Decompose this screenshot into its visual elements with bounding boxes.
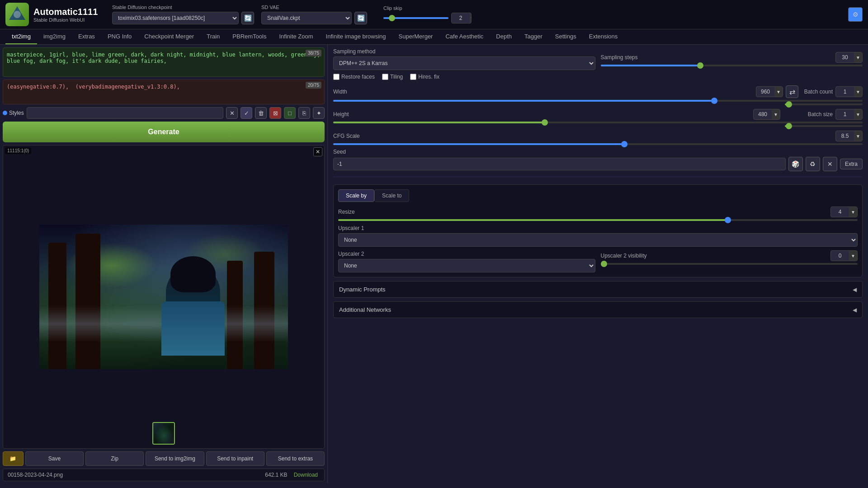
resize-input[interactable] <box>831 207 849 217</box>
clip-skip-slider[interactable] <box>383 17 448 19</box>
tab-train[interactable]: Train <box>200 29 226 44</box>
styles-red-btn[interactable]: ⊠ <box>269 107 281 119</box>
restore-faces-input[interactable] <box>333 74 340 80</box>
styles-x-btn[interactable]: ✕ <box>226 107 238 119</box>
image-close-btn[interactable]: ✕ <box>313 147 322 156</box>
height-down[interactable]: ▼ <box>772 109 780 119</box>
tiling-input[interactable] <box>382 74 388 80</box>
u2-vis-down[interactable]: ▼ <box>849 251 857 261</box>
send-to-inpaint-button[interactable]: Send to inpaint <box>206 451 264 466</box>
upscaler1-select[interactable]: None <box>338 233 858 247</box>
tab-img2img[interactable]: img2img <box>37 29 72 44</box>
clip-skip-section: Clip skip ▼ <box>383 5 472 23</box>
batch-size-down[interactable]: ▼ <box>854 109 862 119</box>
tab-supermerger[interactable]: SuperMerger <box>392 29 439 44</box>
vae-dropdown[interactable]: SnailVae.ckpt <box>261 12 352 24</box>
steps-slider-thumb[interactable] <box>697 62 703 69</box>
sampling-steps-down[interactable]: ▼ <box>854 52 862 62</box>
styles-check-btn[interactable]: ✓ <box>241 107 252 119</box>
styles-input[interactable] <box>27 107 223 119</box>
height-input[interactable] <box>754 109 772 119</box>
tab-pbremtools[interactable]: PBRemTools <box>226 29 273 44</box>
download-button[interactable]: Download <box>292 472 320 478</box>
styles-extra-btn[interactable]: ✦ <box>313 107 325 119</box>
styles-green-btn[interactable]: □ <box>284 107 296 119</box>
tab-cafe-aesthetic[interactable]: Cafe Aesthetic <box>439 29 490 44</box>
clip-skip-label: Clip skip <box>383 5 472 11</box>
height-section: Height ▼ Batch size ▼ <box>333 109 863 123</box>
resize-down[interactable]: ▼ <box>849 207 857 217</box>
additional-networks-arrow-icon: ◀ <box>853 307 857 313</box>
swap-dimensions-btn[interactable]: ⇄ <box>786 85 798 98</box>
tab-txt2img[interactable]: txt2img <box>5 29 37 44</box>
styles-trash-btn[interactable]: 🗑 <box>255 107 267 119</box>
restore-faces-label: Restore faces <box>341 74 375 80</box>
send-to-img2img-button[interactable]: Send to img2img <box>146 451 204 466</box>
sampling-steps-input[interactable] <box>836 52 854 62</box>
batch-count-thumb[interactable] <box>786 101 792 108</box>
vae-refresh-btn[interactable]: 🔄 <box>354 12 367 24</box>
send-to-extras-button[interactable]: Send to extras <box>266 451 325 466</box>
width-down[interactable]: ▼ <box>774 87 783 97</box>
batch-count-input[interactable] <box>836 87 854 97</box>
height-slider-thumb[interactable] <box>542 119 548 126</box>
seed-extra-btn[interactable]: Extra <box>840 159 863 169</box>
cfg-slider-thumb[interactable] <box>621 141 627 147</box>
tiling-checkbox[interactable]: Tiling <box>382 74 403 80</box>
cfg-scale-down[interactable]: ▼ <box>854 131 862 141</box>
negative-prompt-input[interactable] <box>3 80 324 103</box>
batch-size-input[interactable] <box>836 109 854 119</box>
scale-to-tab[interactable]: Scale to <box>374 189 409 202</box>
positive-prompt-input[interactable] <box>3 48 324 75</box>
tab-checkpoint-merger[interactable]: Checkpoint Merger <box>138 29 200 44</box>
tab-png-info[interactable]: PNG Info <box>101 29 138 44</box>
seed-dice-btn[interactable]: 🎲 <box>788 157 803 171</box>
sampling-steps-section: Sampling steps ▼ <box>601 52 863 66</box>
checkpoint-dropdown[interactable]: toximix03.safetensors [1aad08250c] <box>112 12 239 24</box>
cfg-slider-track <box>333 143 863 145</box>
image-preview <box>3 145 324 448</box>
hires-fix-input[interactable] <box>410 74 416 80</box>
resize-slider-thumb[interactable] <box>725 217 731 223</box>
u2-vis-input[interactable] <box>831 251 849 261</box>
zip-button[interactable]: Zip <box>85 451 144 466</box>
scale-by-tab[interactable]: Scale by <box>338 189 374 202</box>
u2-vis-thumb[interactable] <box>601 261 607 267</box>
tab-extras[interactable]: Extras <box>72 29 101 44</box>
sampling-method-select[interactable]: DPM++ 2S a Karras <box>333 56 595 70</box>
folder-icon: 📁 <box>9 455 16 462</box>
tab-infinite-zoom[interactable]: Infinite Zoom <box>273 29 319 44</box>
seed-input[interactable] <box>333 158 786 170</box>
thumbnail-item[interactable] <box>152 422 175 445</box>
width-input[interactable] <box>756 87 774 97</box>
styles-copy-btn[interactable]: ⎘ <box>298 107 310 119</box>
generate-button[interactable]: Generate <box>3 122 325 142</box>
folder-button[interactable]: 📁 <box>3 451 24 466</box>
batch-size-thumb[interactable] <box>786 123 792 129</box>
tab-extensions[interactable]: Extensions <box>583 29 624 44</box>
width-stepper: ▼ <box>756 86 783 97</box>
tab-tagger[interactable]: Tagger <box>518 29 549 44</box>
settings-btn[interactable]: ⚙ <box>848 7 863 22</box>
cfg-scale-input[interactable] <box>836 131 854 141</box>
save-button[interactable]: Save <box>25 451 84 466</box>
batch-count-down[interactable]: ▼ <box>854 87 862 97</box>
width-slider-thumb[interactable] <box>711 98 717 104</box>
seed-recycle-btn[interactable]: ♻ <box>806 157 820 171</box>
dynamic-prompts-header[interactable]: Dynamic Prompts ◀ <box>334 282 862 297</box>
tab-infinite-browsing[interactable]: Infinite image browsing <box>320 29 392 44</box>
seed-clear-btn[interactable]: ✕ <box>823 157 837 171</box>
file-size: 642.1 KB <box>265 472 287 478</box>
hires-fix-checkbox[interactable]: Hires. fix <box>410 74 439 80</box>
clip-skip-down[interactable]: ▼ <box>470 13 472 23</box>
sampling-method-label: Sampling method <box>333 48 595 55</box>
tab-settings[interactable]: Settings <box>549 29 583 44</box>
checkpoint-refresh-btn[interactable]: 🔄 <box>241 12 254 24</box>
u2-vis-stepper: ▼ <box>830 250 858 261</box>
restore-faces-checkbox[interactable]: Restore faces <box>333 74 375 80</box>
clip-skip-input[interactable] <box>452 13 470 23</box>
width-label: Width <box>333 89 378 95</box>
additional-networks-header[interactable]: Additional Networks ◀ <box>334 302 862 318</box>
upscaler2-select[interactable]: None <box>338 259 595 272</box>
tab-depth[interactable]: Depth <box>490 29 518 44</box>
